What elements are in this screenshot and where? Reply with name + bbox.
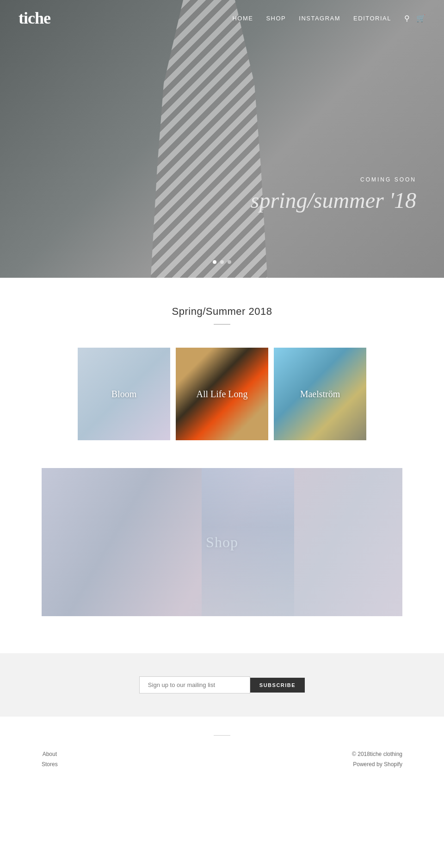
collection-bloom[interactable]: Bloom [78,348,170,440]
alllifelong-label: All Life Long [176,348,268,440]
cart-icon[interactable]: 🛒 [416,14,426,23]
section-divider [214,324,230,325]
dot-1[interactable] [213,260,216,264]
shop-banner[interactable]: Shop [42,468,402,616]
section-title-area: Spring/Summer 2018 [0,278,444,338]
dot-2[interactable] [220,260,224,264]
hero-section: COMING SOON spring/summer '18 [0,0,444,278]
footer-copyright: © 2018tiche clothing [352,749,402,760]
footer-links-right: © 2018tiche clothing Powered by Shopify [352,749,402,769]
nav-icons: ⚲ 🛒 [404,14,426,23]
hero-figure [144,0,274,278]
hero-text: COMING SOON spring/summer '18 [251,176,416,213]
site-logo[interactable]: tiche [18,8,50,28]
dress-visual [144,0,274,278]
nav-editorial[interactable]: EDITORIAL [353,15,391,22]
nav-shop[interactable]: SHOP [266,15,286,22]
footer-about-link[interactable]: About [42,749,58,760]
collection-grid: Bloom All Life Long Maelström [0,338,444,468]
footer-stores-link[interactable]: Stores [42,760,58,770]
subscribe-button[interactable]: SUBSCRIBE [250,678,305,693]
section-title: Spring/Summer 2018 [0,306,444,318]
coming-soon-label: COMING SOON [251,176,416,183]
footer-bottom: About Stores © 2018tiche clothing Powere… [0,717,444,779]
hero-background: COMING SOON spring/summer '18 [0,0,444,278]
shop-label: Shop [206,534,238,551]
main-nav: HOME SHOP INSTAGRAM EDITORIAL ⚲ 🛒 [232,14,426,23]
nav-home[interactable]: HOME [232,15,253,22]
search-icon[interactable]: ⚲ [404,14,410,23]
maelstrom-label: Maelström [274,348,366,440]
hero-title: spring/summer '18 [251,187,416,213]
footer-powered: Powered by Shopify [352,760,402,770]
footer-links-left: About Stores [42,749,58,769]
footer-top: SUBSCRIBE [0,653,444,717]
footer-divider [214,735,230,736]
mailing-input[interactable] [139,676,250,693]
mailing-form: SUBSCRIBE [0,676,444,693]
dot-3[interactable] [228,260,231,264]
hero-dots [213,260,231,264]
bloom-label: Bloom [78,348,170,440]
site-header: tiche HOME SHOP INSTAGRAM EDITORIAL ⚲ 🛒 [0,0,444,36]
nav-instagram[interactable]: INSTAGRAM [299,15,340,22]
footer-links: About Stores © 2018tiche clothing Powere… [0,749,444,769]
shop-section: Shop [0,468,444,653]
collection-maelstrom[interactable]: Maelström [274,348,366,440]
collection-alllifelong[interactable]: All Life Long [176,348,268,440]
